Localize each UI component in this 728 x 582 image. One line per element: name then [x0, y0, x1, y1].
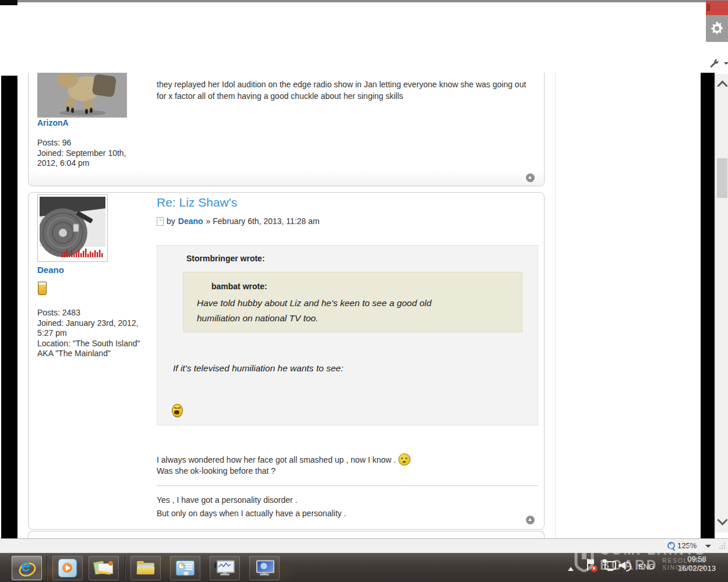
post-title-link[interactable]: Re: Liz Shaw's [157, 196, 237, 210]
taskbar-media-player[interactable] [52, 556, 83, 580]
post-body-line: Was she ok-looking before that ? [157, 465, 275, 477]
beer-rank-icon [38, 282, 47, 295]
show-hidden-icons-button[interactable] [568, 564, 574, 571]
network-icon[interactable] [603, 560, 617, 573]
taskbar-internet-explorer[interactable] [12, 556, 42, 580]
taskbar-separator [47, 556, 48, 580]
signature-divider [157, 485, 538, 486]
page-edge-divider [555, 73, 556, 538]
control-panel-icon [176, 560, 195, 576]
taskbar-clock[interactable]: 09:58 16/02/2013 [669, 555, 725, 573]
settings-button[interactable] [706, 15, 728, 42]
scroll-up-arrow[interactable] [717, 80, 727, 91]
quote-text: Have told hubby about Liz and he's keen … [197, 296, 432, 326]
clock-date: 16/02/2013 [669, 564, 725, 573]
scroll-down-arrow[interactable] [717, 514, 727, 525]
posts-count: Posts: 2483 [37, 308, 140, 318]
gear-icon [709, 21, 725, 36]
byline-by: by [167, 217, 175, 226]
username-link[interactable]: Deano [178, 217, 203, 226]
internet-explorer-icon [17, 559, 37, 577]
location-line: AKA "The Mainland" [37, 349, 140, 359]
post-body-line: I always wondered how her face got all s… [157, 453, 411, 466]
taskbar-performance-monitor[interactable] [210, 556, 240, 580]
clock-time: 09:58 [669, 555, 725, 564]
media-player-icon [58, 559, 77, 577]
post-icon [157, 217, 164, 226]
profile-stats: Posts: 96 Joined: September 10th, 2012, … [37, 138, 126, 169]
scrollbar-thumb[interactable] [717, 158, 727, 198]
resize-grip[interactable] [718, 542, 726, 550]
error-badge-icon: × [591, 565, 598, 572]
username-link[interactable]: Deano [37, 265, 64, 275]
username-link[interactable]: ArizonA [37, 118, 69, 127]
joined-line: 2012, 6:04 pm [37, 158, 126, 169]
dropdown-arrow-icon [724, 62, 728, 67]
post-body-line: for x factor all of them having a good c… [157, 90, 535, 102]
language-indicator[interactable]: ENG [638, 562, 655, 571]
page-right-black-margin [701, 73, 715, 538]
avatar-deano [37, 194, 108, 262]
forum-post-next-edge [28, 531, 545, 538]
close-icon [707, 4, 710, 11]
folder-icon [137, 561, 154, 575]
zoom-dropdown-arrow[interactable] [705, 545, 711, 551]
zoom-level: 125% [677, 541, 697, 550]
quote-author: bambat wrote: [211, 282, 267, 291]
quote-author: Stormbringer wrote: [186, 254, 265, 263]
quote-text: If it's televised humiliation he wants t… [173, 361, 343, 376]
forum-post-arizona: ArizonA Posts: 96 Joined: September 10th… [28, 73, 545, 186]
quote-block-outer: Stormbringer wrote: bambat wrote: Have t… [157, 245, 538, 425]
taskbar-live-mail[interactable] [89, 556, 119, 580]
wrench-icon [708, 57, 720, 69]
live-mail-icon [94, 560, 113, 576]
page-left-black-margin [1, 76, 17, 538]
taskbar-control-panel[interactable] [170, 556, 200, 580]
post-body: they replayed her Idol audition on the e… [157, 79, 535, 102]
joined-line: Joined: September 10th, [37, 148, 126, 159]
quote-block-inner: bambat wrote: Have told hubby about Liz … [183, 272, 522, 332]
forum-post-deano: Deano Posts: 2483 Joined: January 23rd, … [28, 192, 545, 530]
post-body-line: they replayed her Idol audition on the e… [157, 79, 535, 90]
taskbar-explorer[interactable] [130, 556, 161, 580]
back-to-top-button[interactable] [526, 173, 535, 182]
signature-line: But only on days when I actually have a … [157, 508, 346, 519]
laughing-smiley-icon [172, 404, 183, 417]
vertical-scrollbar[interactable] [715, 74, 728, 533]
whistling-smiley-icon [398, 453, 411, 466]
posts-count: Posts: 96 [37, 138, 126, 148]
taskbar-computer-management[interactable] [249, 556, 280, 580]
post-byline: by Deano » February 6th, 2013, 11:28 am [157, 217, 320, 226]
computer-management-icon [256, 560, 273, 576]
turntable-avatar-image [40, 197, 105, 260]
status-bar: + 125% [0, 538, 728, 553]
taskbar-separator [125, 556, 126, 580]
action-center-flag-icon[interactable]: × [585, 559, 599, 574]
avatar-arizona [37, 73, 127, 118]
window-corner-notch [0, 0, 17, 5]
magnifier-plus: + [669, 542, 672, 546]
page-tools-button[interactable] [708, 57, 728, 70]
joined-line: Joined: January 23rd, 2012, [37, 318, 140, 329]
window-top-border [0, 0, 728, 2]
back-to-top-button[interactable] [526, 516, 535, 524]
performance-monitor-icon [216, 560, 234, 576]
volume-icon[interactable] [619, 560, 632, 572]
location-line: Location: "The South Island" [37, 339, 140, 349]
profile-stats: Posts: 2483 Joined: January 23rd, 2012, … [37, 308, 140, 359]
byline-date: » February 6th, 2013, 11:28 am [206, 217, 320, 226]
joined-line: 5:27 pm [37, 328, 140, 339]
signature-line: Yes , I have got a personality disorder … [157, 494, 298, 506]
post-footer [29, 171, 544, 186]
close-button[interactable] [706, 1, 728, 15]
zoom-control[interactable]: + 125% [667, 541, 708, 551]
